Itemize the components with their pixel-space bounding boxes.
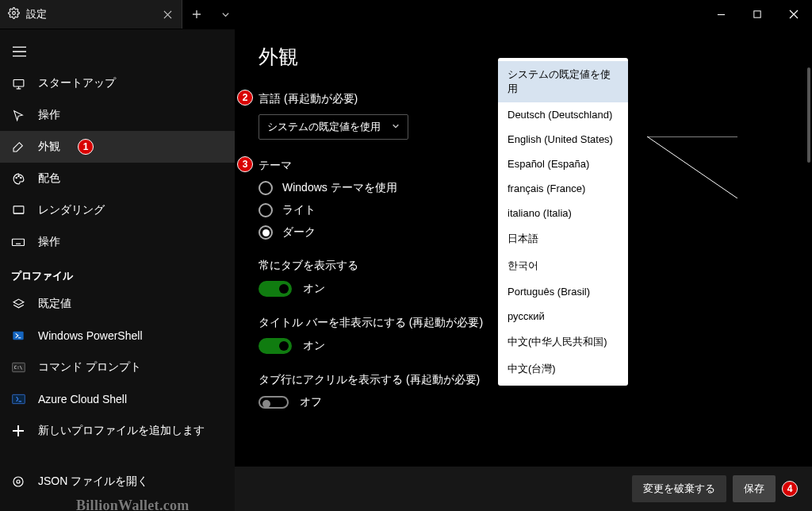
dropdown-option[interactable]: 中文(中华人民共和国) bbox=[498, 328, 628, 355]
sidebar-section-profiles: プロファイル bbox=[0, 258, 235, 288]
sidebar-item-colors[interactable]: 配色 bbox=[0, 163, 235, 194]
svg-rect-1 bbox=[754, 11, 760, 17]
dropdown-option[interactable]: Español (España) bbox=[498, 152, 628, 176]
gear-icon bbox=[8, 7, 20, 21]
dropdown-option[interactable]: italiano (Italia) bbox=[498, 201, 628, 225]
powershell-icon bbox=[11, 329, 25, 342]
content-scrollbar[interactable] bbox=[807, 67, 810, 465]
dropdown-option[interactable]: français (France) bbox=[498, 176, 628, 201]
dropdown-option[interactable]: Português (Brasil) bbox=[498, 279, 628, 304]
cmd-icon: C:\ bbox=[11, 362, 25, 373]
sidebar-item-actions[interactable]: 操作 bbox=[0, 226, 235, 258]
radio-icon bbox=[259, 225, 273, 240]
tab-dropdown-button[interactable] bbox=[211, 0, 239, 29]
azure-icon bbox=[11, 394, 25, 405]
sidebar-item-interaction[interactable]: 操作 bbox=[0, 99, 235, 131]
maximize-button[interactable] bbox=[739, 0, 776, 29]
dropdown-option[interactable]: 日本語 bbox=[498, 225, 628, 252]
acrylic-tab-toggle[interactable] bbox=[259, 396, 289, 409]
plus-icon bbox=[11, 425, 25, 436]
palette-icon bbox=[11, 172, 25, 186]
save-button[interactable]: 保存 bbox=[733, 475, 776, 502]
svg-point-3 bbox=[15, 177, 16, 178]
close-tab-button[interactable] bbox=[161, 8, 174, 21]
sidebar-item-rendering[interactable]: レンダリング bbox=[0, 194, 235, 226]
window-titlebar: 設定 bbox=[0, 0, 812, 29]
keyboard-icon bbox=[11, 235, 25, 249]
sidebar-item-defaults[interactable]: 既定値 bbox=[0, 288, 235, 320]
toggle-state: オン bbox=[303, 282, 325, 296]
radio-label: Windows テーマを使用 bbox=[282, 181, 397, 195]
discard-button[interactable]: 変更を破棄する bbox=[632, 475, 726, 502]
minimize-button[interactable] bbox=[703, 0, 739, 29]
sidebar-item-label: コマンド プロンプト bbox=[38, 360, 141, 375]
radio-icon bbox=[259, 203, 273, 217]
hide-titlebar-toggle[interactable] bbox=[259, 338, 292, 354]
annotation-badge-2: 2 bbox=[237, 90, 253, 106]
bottom-action-bar: 変更を破棄する 保存 4 bbox=[235, 467, 812, 511]
sidebar-item-label: JSON ファイルを開く bbox=[38, 474, 148, 489]
sidebar-item-label: 外観 bbox=[38, 140, 60, 154]
svg-point-0 bbox=[13, 12, 16, 15]
sidebar-item-label: 操作 bbox=[38, 108, 60, 122]
display-icon bbox=[11, 204, 25, 217]
svg-point-5 bbox=[20, 177, 21, 178]
dropdown-option[interactable]: 한국어 bbox=[498, 252, 628, 279]
annotation-badge-3: 3 bbox=[237, 156, 253, 172]
dropdown-option[interactable]: 中文(台灣) bbox=[498, 355, 628, 382]
radio-label: ライト bbox=[282, 203, 316, 217]
language-dropdown-menu: システムの既定値を使用 Deutsch (Deutschland) Englis… bbox=[498, 58, 628, 386]
hamburger-menu-button[interactable] bbox=[0, 36, 38, 67]
svg-rect-7 bbox=[13, 239, 25, 245]
svg-point-4 bbox=[17, 175, 18, 176]
sidebar-item-label: 既定値 bbox=[38, 297, 71, 311]
annotation-badge-1: 1 bbox=[78, 139, 94, 155]
sidebar-item-cmd[interactable]: C:\ コマンド プロンプト bbox=[0, 352, 235, 383]
dropdown-value: システムの既定値を使用 bbox=[267, 120, 381, 134]
sidebar-item-label: スタートアップ bbox=[38, 76, 116, 90]
cursor-icon bbox=[11, 109, 25, 121]
always-show-tabs-toggle[interactable] bbox=[259, 281, 292, 297]
sidebar-item-azure[interactable]: Azure Cloud Shell bbox=[0, 383, 235, 415]
window-close-button[interactable] bbox=[776, 0, 812, 29]
sidebar: スタートアップ 操作 外観 1 配色 レンダリング 操作 プロファイル 既定値 bbox=[0, 29, 235, 511]
svg-text:C:\: C:\ bbox=[13, 365, 21, 370]
dropdown-option[interactable]: Deutsch (Deutschland) bbox=[498, 102, 628, 127]
titlebar-drag-area[interactable] bbox=[239, 0, 703, 29]
toggle-state: オン bbox=[303, 339, 325, 353]
sidebar-item-label: 新しいプロファイルを追加します bbox=[38, 424, 205, 438]
svg-rect-2 bbox=[13, 79, 24, 86]
toggle-state: オフ bbox=[300, 395, 322, 409]
layers-icon bbox=[11, 298, 25, 311]
radio-icon bbox=[259, 181, 273, 195]
radio-label: ダーク bbox=[282, 225, 316, 240]
language-dropdown[interactable]: システムの既定値を使用 bbox=[259, 114, 408, 140]
dropdown-option[interactable]: システムの既定値を使用 bbox=[498, 61, 628, 102]
svg-rect-6 bbox=[13, 206, 24, 213]
svg-point-13 bbox=[13, 477, 23, 486]
sidebar-item-appearance[interactable]: 外観 1 bbox=[0, 131, 235, 163]
annotation-badge-4: 4 bbox=[782, 481, 798, 497]
sidebar-item-add-profile[interactable]: 新しいプロファイルを追加します bbox=[0, 415, 235, 447]
sidebar-item-label: 操作 bbox=[38, 235, 60, 249]
dropdown-option[interactable]: English (United States) bbox=[498, 127, 628, 152]
sidebar-item-label: レンダリング bbox=[38, 203, 105, 217]
sidebar-item-label: Windows PowerShell bbox=[38, 329, 143, 342]
sidebar-item-label: Azure Cloud Shell bbox=[38, 393, 127, 405]
startup-icon bbox=[11, 77, 25, 90]
dropdown-option[interactable]: русский bbox=[498, 304, 628, 328]
new-tab-button[interactable] bbox=[182, 0, 211, 29]
sidebar-item-label: 配色 bbox=[38, 171, 60, 186]
watermark-text: BillionWallet.com bbox=[76, 498, 190, 511]
svg-point-12 bbox=[17, 480, 20, 483]
chevron-down-icon bbox=[392, 122, 400, 132]
gear-icon bbox=[11, 475, 25, 488]
scrollbar-thumb[interactable] bbox=[807, 67, 810, 163]
tab-title: 設定 bbox=[26, 7, 155, 21]
sidebar-item-powershell[interactable]: Windows PowerShell bbox=[0, 320, 235, 352]
brush-icon bbox=[11, 140, 25, 153]
sidebar-item-startup[interactable]: スタートアップ bbox=[0, 67, 235, 99]
sidebar-item-open-json[interactable]: JSON ファイルを開く bbox=[0, 466, 235, 498]
window-tab-settings[interactable]: 設定 bbox=[0, 0, 182, 29]
